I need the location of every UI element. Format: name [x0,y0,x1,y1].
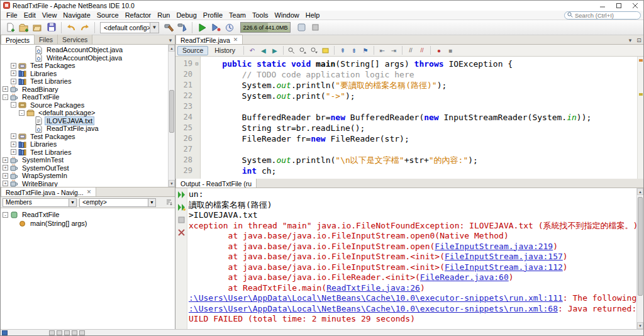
tree-item[interactable]: +Test Libraries [1,148,168,157]
error-mark[interactable] [639,59,643,62]
warning-mark[interactable] [639,93,643,96]
toggle-bookmark-icon[interactable]: ⚑ [360,45,370,55]
clean-build-project-button[interactable] [175,21,189,35]
expand-icon[interactable]: + [11,149,16,155]
scroll-down-icon[interactable]: ▼ [637,322,643,329]
output-tab[interactable]: Output - ReadTxtFile (ru [175,178,257,188]
expand-icon[interactable]: + [11,63,16,69]
tree-item[interactable]: +Test Packages [1,62,168,70]
expand-icon[interactable]: + [3,181,8,186]
code-line[interactable]: 29 int ch; [175,165,637,176]
expand-icon[interactable]: + [3,157,8,163]
collapse-icon[interactable]: - [3,94,8,100]
code-line[interactable]: 26 FileReader fr=new FileReader(str); [175,133,637,144]
history-view-button[interactable]: History [209,46,240,55]
tree-item[interactable]: +ReadBinary [1,86,168,94]
code-line[interactable]: 28 System.out.println("\n以下是文字檔"+str+"的內… [175,155,637,165]
comment-icon[interactable]: // [406,45,416,55]
expand-icon[interactable]: + [3,173,8,179]
profile-project-button[interactable] [223,21,236,35]
stacktrace-link[interactable]: :\Users\User\AppData\Local\NetBeans\Cach… [189,293,563,303]
previous-bookmark-icon[interactable]: ⇞ [338,45,348,55]
minimize-button[interactable] [594,1,611,11]
code-line[interactable]: 23 [175,101,637,112]
forward-icon[interactable]: ▶ [270,45,280,55]
expand-icon[interactable]: + [11,70,16,76]
notifications-icon[interactable] [2,330,8,335]
code-line[interactable]: 22 System.out.print("->"); [175,91,637,101]
last-edit-icon[interactable]: ↶ [247,45,257,55]
expand-icon[interactable]: + [3,86,8,92]
back-icon[interactable]: ◀ [258,45,269,55]
tab-services[interactable]: Services [58,35,92,44]
macro-record-icon[interactable]: ● [434,45,444,55]
new-project-button[interactable] [17,21,31,35]
statusbar-task-icon-1[interactable] [49,330,55,335]
code-line[interactable]: 21 System.out.println("要讀取的檔案名稱(路徑)"); [175,80,637,91]
tree-item[interactable]: +Test Libraries [1,77,168,86]
error-stripe[interactable] [637,57,643,179]
code-line[interactable]: 25 String str=br.readLine(); [175,123,637,133]
menu-tools[interactable]: Tools [249,11,272,19]
code-line[interactable]: 20 // TODO code application logic here [175,69,637,80]
gc-button[interactable] [294,21,308,35]
code-line[interactable]: 24 BufferedReader br=new BufferedReader(… [175,112,637,123]
stacktrace-link[interactable]: FileReader.java:60 [420,272,509,282]
minimize-panel-icon[interactable]: ▾ [166,36,175,44]
output-scrollbar[interactable]: ▲ ▼ [636,188,643,329]
maximize-editor-icon[interactable]: ⊡ [635,36,643,44]
source-view-button[interactable]: Source [177,46,208,55]
menu-team[interactable]: Team [226,11,249,19]
scroll-down-icon[interactable]: ▼ [169,180,175,187]
menu-window[interactable]: Window [272,11,303,19]
menu-debug[interactable]: Debug [173,11,199,19]
expand-icon[interactable]: + [11,142,16,147]
navigator-item[interactable]: -ReadTxtFile [1,210,175,219]
menu-profile[interactable]: Profile [200,11,226,19]
scroll-up-icon[interactable]: ▲ [169,45,175,52]
menu-file[interactable]: File [3,11,21,19]
save-all-button[interactable] [45,21,58,35]
build-project-button[interactable] [162,21,175,35]
next-bookmark-icon[interactable]: ⇟ [349,45,359,55]
menu-refactor[interactable]: Refactor [122,11,155,19]
sort-icon[interactable] [164,198,173,206]
tree-item[interactable]: WriteAccountObject.java [1,54,168,62]
collapse-icon[interactable]: - [3,212,8,218]
memory-indicator[interactable]: 226.6 of 441.0MB [240,22,291,33]
collapse-icon[interactable]: - [19,110,25,116]
code-line[interactable]: 19⊟ public static void main(String[] arg… [175,59,637,69]
tree-item[interactable]: +WrapSystemIn [1,172,168,180]
expand-icon[interactable]: + [11,79,16,84]
tree-item[interactable]: +Test Packages [1,133,168,141]
shift-right-icon[interactable]: ⇥ [389,45,399,55]
tab-projects[interactable]: Projects [1,35,35,44]
clear-output-icon[interactable] [177,228,186,237]
undo-button[interactable] [64,21,78,35]
scrollbar-thumb[interactable] [638,197,643,296]
statusbar-task-icon-4[interactable] [72,330,77,335]
stacktrace-link[interactable]: ReadTxtFile.java:26 [326,283,420,293]
tree-item[interactable]: ReadTxtFile.java [1,125,168,133]
fold-collapse-icon[interactable]: ⊟ [192,59,201,69]
open-project-button[interactable] [31,21,45,35]
tree-item[interactable]: ILOVEJAVA.txt [1,117,168,125]
tree-item[interactable]: +Libraries [1,70,168,78]
projects-scrollbar[interactable]: ▲ ▼ [168,45,175,187]
tree-item[interactable]: +SystemOutTest [1,164,168,172]
menu-run[interactable]: Run [154,11,173,19]
toggle-highlight-icon[interactable] [321,45,331,55]
tree-item[interactable]: +Libraries [1,140,168,148]
tab-list-icon[interactable]: ▾ [626,36,635,44]
maximize-button[interactable] [611,1,627,11]
stacktrace-link[interactable]: FileInputStream.java:157 [445,252,563,261]
close-icon[interactable]: ✕ [87,189,92,195]
editor-tab[interactable]: ReadTxtFile.java ✕ [175,35,243,44]
run-project-button[interactable] [195,21,209,35]
code-editor[interactable]: 19⊟ public static void main(String[] arg… [175,57,643,179]
statusbar-task-icon-2[interactable] [57,330,62,335]
search-input[interactable] [575,12,638,19]
quick-search-box[interactable] [564,11,641,20]
new-file-button[interactable] [3,21,17,35]
tab-files[interactable]: Files [35,35,58,44]
